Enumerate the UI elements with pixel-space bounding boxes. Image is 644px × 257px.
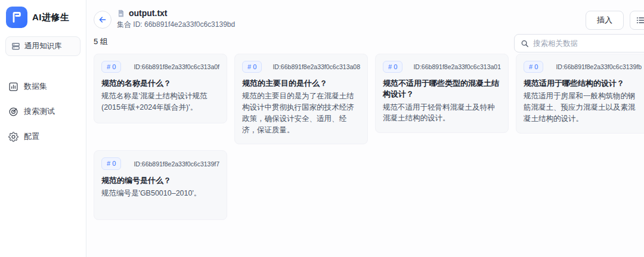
- question-text: 规范不适用于哪些类型的混凝土结构设计？: [383, 78, 501, 100]
- collection-id: 集合 ID: 66b891f4e2a33f0c6c3139bd: [117, 20, 235, 30]
- target-icon: [8, 107, 18, 117]
- sidebar-item-search-test[interactable]: 搜索测试: [0, 101, 86, 122]
- data-id: ID:66b891f8e2a33f0c6c313a0f: [134, 63, 219, 70]
- data-card[interactable]: # 0 ID:66b891f8e2a33f0c6c313a01 规范不适用于哪些…: [375, 54, 509, 133]
- sidebar-item-config[interactable]: 配置: [0, 126, 86, 147]
- sidebar-item-label: 数据集: [24, 81, 47, 92]
- data-card[interactable]: # 0 ID:66b891f8e2a33f0c6c3139fb 规范适用于哪些结…: [516, 54, 644, 134]
- file-icon: [117, 9, 125, 18]
- answer-text: 规范名称是'混凝土结构设计规范(2015年版+2024年版合并)'。: [101, 91, 219, 113]
- data-card[interactable]: # 0 ID:66b891f8e2a33f0c6c313a08 规范的主要目的是…: [234, 54, 368, 144]
- sidebar-item-label: 搜索测试: [24, 106, 55, 117]
- question-text: 规范的主要目的是什么？: [242, 78, 360, 89]
- arrow-left-icon: [98, 15, 107, 24]
- data-id: ID:66b891f8e2a33f0c6c3139fb: [556, 63, 642, 70]
- collection-header: output.txt 集合 ID: 66b891f4e2a33f0c6c3139…: [94, 8, 235, 30]
- data-id: ID:66b891f8e2a33f0c6c313a01: [413, 63, 501, 70]
- answer-text: 规范适用于房屋和一般构筑物的钢筋混凝土、预应力混凝土以及素混凝土结构的设计。: [524, 91, 642, 124]
- group-count: 5 组: [94, 36, 108, 47]
- chunk-index-badge: # 0: [101, 61, 121, 73]
- bar-chart-icon: [8, 82, 18, 92]
- answer-text: 规范的主要目的是为了在混凝土结构设计中贯彻执行国家的技术经济政策，确保设计安全、…: [242, 91, 360, 135]
- file-name: output.txt: [129, 8, 168, 18]
- data-id: ID:66b891f8e2a33f0c6c3139f7: [134, 160, 219, 168]
- data-card[interactable]: # 0 ID:66b891f8e2a33f0c6c313a0f 规范的名称是什么…: [94, 54, 227, 123]
- app-logo-icon: [6, 7, 27, 28]
- chunk-index-badge: # 0: [524, 61, 543, 73]
- chunk-index-badge: # 0: [242, 61, 262, 73]
- sidebar-nav: 数据集 搜索测试 配置: [0, 76, 86, 147]
- data-id: ID:66b891f8e2a33f0c6c313a08: [273, 63, 360, 70]
- sidebar: AI进修生 通用知识库 数据集: [0, 0, 86, 257]
- question-text: 规范适用于哪些结构的设计？: [524, 78, 642, 89]
- gear-icon: [8, 132, 18, 142]
- chunk-index-badge: # 0: [383, 61, 402, 73]
- data-card-grid: # 0 ID:66b891f8e2a33f0c6c313a0f 规范的名称是什么…: [94, 54, 644, 220]
- data-card[interactable]: # 0 ID:66b891f8e2a33f0c6c3139f7 规范的编号是什么…: [94, 150, 227, 220]
- search-icon: [521, 39, 529, 48]
- main-content: output.txt 集合 ID: 66b891f4e2a33f0c6c3139…: [87, 0, 644, 257]
- answer-text: 规范不适用于轻骨料混凝土及特种混凝土结构的设计。: [383, 102, 501, 125]
- brand: AI进修生: [0, 0, 86, 33]
- question-text: 规范的编号是什么？: [101, 175, 219, 186]
- answer-text: 规范编号是'GB50010–2010'。: [101, 188, 219, 199]
- app-title: AI进修生: [32, 12, 70, 23]
- sidebar-item-dataset[interactable]: 数据集: [0, 76, 86, 97]
- sidebar-item-label: 配置: [24, 131, 39, 142]
- knowledge-base-label: 通用知识库: [24, 41, 62, 51]
- question-text: 规范的名称是什么？: [101, 78, 219, 89]
- top-actions: 插入: [586, 11, 644, 30]
- list-view-button[interactable]: [630, 11, 644, 30]
- knowledge-base-icon: [11, 42, 20, 51]
- search-box[interactable]: [514, 34, 644, 52]
- back-button[interactable]: [94, 11, 112, 29]
- knowledge-base-selector[interactable]: 通用知识库: [5, 36, 80, 56]
- chunk-index-badge: # 0: [101, 157, 121, 169]
- list-icon: [636, 16, 644, 25]
- insert-button[interactable]: 插入: [586, 11, 624, 30]
- search-input[interactable]: [533, 39, 634, 48]
